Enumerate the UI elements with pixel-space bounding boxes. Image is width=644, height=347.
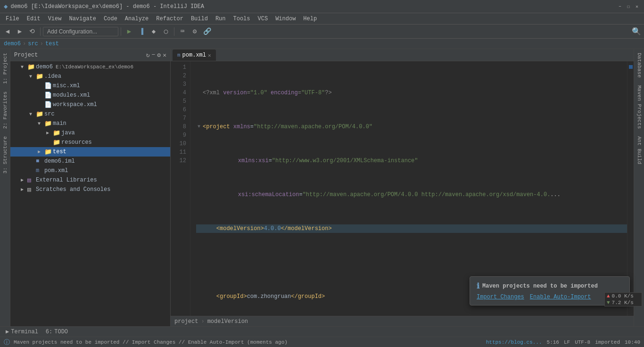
menu-refactor[interactable]: Refactor <box>152 15 187 23</box>
editor-bc-modelversion[interactable]: modelVersion <box>207 318 248 325</box>
import-changes-link[interactable]: Import Changes <box>477 294 524 300</box>
tab-label-pom: pom.xml <box>182 52 206 58</box>
forward-button[interactable]: ▶ <box>14 26 25 37</box>
profile-button[interactable]: ◯ <box>160 26 172 37</box>
breadcrumb-demo6[interactable]: demo6 <box>4 41 21 47</box>
menu-window[interactable]: Window <box>272 15 299 23</box>
clock: 10:40 <box>625 339 640 345</box>
line-num-8: 8 <box>171 123 190 131</box>
folder-icon-main: 📁 <box>44 120 52 127</box>
tree-item-scratches[interactable]: ► ▤ Scratches and Consoles <box>10 185 170 194</box>
folder-icon-test: 📁 <box>44 148 52 156</box>
restore-button[interactable]: ☐ <box>625 3 632 10</box>
tree-item-modules[interactable]: ▶ 📄 modules.xml <box>10 91 170 100</box>
right-tab-maven[interactable]: Maven Projects <box>635 82 644 132</box>
toolbar-sep-3 <box>174 27 174 36</box>
undo-button[interactable]: ⟲ <box>26 26 38 37</box>
notif-message: Maven projects need to be imported <box>482 283 598 289</box>
folder-icon-java: 📁 <box>53 129 60 137</box>
minimize-button[interactable]: – <box>617 3 623 10</box>
file-tree: ▼ 📁 demo6 E:\IdeaWorkspace_ex\demo6 ▼ 📁 … <box>10 61 170 326</box>
left-tab-project[interactable]: 1: Project <box>0 49 10 88</box>
fold-2[interactable]: ▼ <box>196 123 202 131</box>
folder-icon-idea: 📁 <box>36 73 43 80</box>
tree-item-misc[interactable]: ▶ 📄 misc.xml <box>10 81 170 91</box>
tree-item-src[interactable]: ▼ 📁 src <box>10 109 170 119</box>
todo-tab[interactable]: 6: TODO <box>44 329 70 335</box>
run-button[interactable]: ▶ <box>124 26 135 37</box>
root-path: E:\IdeaWorkspace_ex\demo6 <box>56 64 133 70</box>
code-line-1: <?xml version="1.0" encoding="UTF-8"?> <box>196 89 634 97</box>
tree-item-java[interactable]: ► 📁 java <box>10 128 170 138</box>
notif-info-icon: ℹ <box>477 281 479 291</box>
network-stats-box: ▲ 0.0 K/s ▼ 7.2 K/s <box>604 292 642 306</box>
menu-code[interactable]: Code <box>100 15 121 23</box>
back-button[interactable]: ◀ <box>2 26 13 37</box>
menu-navigate[interactable]: Navigate <box>65 15 100 23</box>
status-link[interactable]: https://blog.cs... <box>486 339 542 345</box>
line-num-12: 12 <box>171 157 190 165</box>
line-ending[interactable]: LF <box>564 339 570 345</box>
tab-close-pom[interactable]: ✕ <box>208 52 211 58</box>
collapse-icon[interactable]: − <box>152 51 156 59</box>
close-button[interactable]: ✕ <box>634 3 640 10</box>
status-message: Maven projects need to be imported // Im… <box>14 339 482 345</box>
upload-icon: ▲ <box>607 293 610 299</box>
code-line-2: ▼ <project xmlns="http://maven.apache.or… <box>196 123 634 131</box>
tree-item-demo6iml[interactable]: ▶ ■ demo6.iml <box>10 157 170 166</box>
menu-vcs[interactable]: VCS <box>254 15 272 23</box>
debug-button[interactable]: ▐ <box>136 26 147 37</box>
left-tab-structure[interactable]: 3: Structure <box>0 132 10 177</box>
window-controls[interactable]: – ☐ ✕ <box>617 3 640 10</box>
run-config-button[interactable]: Add Configuration... <box>43 27 118 36</box>
notif-links: Import Changes Enable Auto-Import <box>477 294 623 300</box>
tree-item-demo6[interactable]: ▼ 📁 demo6 E:\IdeaWorkspace_ex\demo6 <box>10 62 170 72</box>
menu-help[interactable]: Help <box>299 15 321 23</box>
tree-item-idea[interactable]: ▼ 📁 .idea <box>10 72 170 81</box>
settings-button[interactable]: ⚙ <box>189 26 200 37</box>
line-num-1: 1 <box>171 63 190 72</box>
right-tab-ant[interactable]: Ant Build <box>635 132 644 168</box>
tab-pom[interactable]: m pom.xml ✕ <box>173 50 216 61</box>
xml-icon-misc: 📄 <box>44 82 52 90</box>
download-speed: 7.2 K/s <box>612 300 634 306</box>
menu-build[interactable]: Build <box>187 15 212 23</box>
tree-item-pom[interactable]: ▶ m pom.xml <box>10 166 170 175</box>
lib-icon: ▤ <box>27 176 35 184</box>
menu-view[interactable]: View <box>44 15 66 23</box>
right-tab-database[interactable]: Database <box>635 49 644 82</box>
settings-icon[interactable]: ⚙ <box>157 51 161 59</box>
menu-run[interactable]: Run <box>212 15 230 23</box>
external-button[interactable]: 🔗 <box>201 26 213 37</box>
line-numbers: 1 2 3 4 5 6 7 8 9 10 11 12 <box>171 61 190 316</box>
charset[interactable]: UTF-8 <box>575 339 590 345</box>
breadcrumb-src[interactable]: src <box>28 41 38 47</box>
build-button[interactable]: ⌨ <box>177 26 188 37</box>
tree-item-ext-libs[interactable]: ► ▤ External Libraries <box>10 175 170 185</box>
editor-bc-project[interactable]: project <box>174 318 198 325</box>
breadcrumb-test[interactable]: test <box>45 41 59 47</box>
left-tab-favorites[interactable]: 2: Favorites <box>0 88 10 132</box>
code-line-4: xsi:schemaLocation="http://maven.apache.… <box>196 190 634 199</box>
xml-icon-workspace: 📄 <box>44 101 52 108</box>
enable-auto-import-link[interactable]: Enable Auto-Import <box>530 294 591 300</box>
tree-item-workspace[interactable]: ▶ 📄 workspace.xml <box>10 100 170 109</box>
search-everywhere-button[interactable]: 🔍 <box>631 26 642 37</box>
tree-label-resources: resources <box>61 139 92 146</box>
sync-icon[interactable]: ↻ <box>146 51 150 59</box>
close-panel-icon[interactable]: ✕ <box>163 51 166 59</box>
menu-file[interactable]: File <box>2 15 23 23</box>
menu-edit[interactable]: Edit <box>23 15 44 23</box>
menu-tools[interactable]: Tools <box>230 15 254 23</box>
todo-icon: 6: <box>46 329 52 335</box>
tree-label-ext-libs: External Libraries <box>36 177 97 183</box>
tree-item-main[interactable]: ▼ 📁 main <box>10 119 170 128</box>
tree-item-resources[interactable]: ▶ 📁 resources <box>10 138 170 147</box>
terminal-tab[interactable]: ▶ Terminal <box>4 328 40 335</box>
tree-item-test[interactable]: ► 📁 test <box>10 147 170 157</box>
menu-analyze[interactable]: Analyze <box>121 15 152 23</box>
line-num-2: 2 <box>171 72 190 80</box>
tree-label-demo6iml: demo6.iml <box>44 158 75 165</box>
coverage-button[interactable]: ◆ <box>148 26 159 37</box>
notif-title: ℹ Maven projects need to be imported <box>477 281 623 291</box>
